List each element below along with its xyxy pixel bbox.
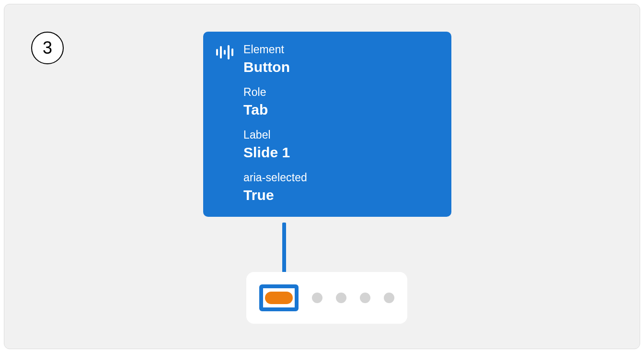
prop-aria-selected: aria-selected True <box>243 171 440 203</box>
prop-role: Role Tab <box>243 86 440 118</box>
prop-label: aria-selected <box>243 171 440 184</box>
svg-rect-4 <box>231 48 233 56</box>
pagination-dot-2[interactable] <box>312 293 322 303</box>
svg-rect-0 <box>216 49 218 56</box>
step-number-badge: 3 <box>31 32 64 64</box>
svg-rect-2 <box>224 50 226 55</box>
pagination-dot-1[interactable] <box>265 292 293 304</box>
pagination-dot-selected-highlight <box>259 284 299 311</box>
pagination-dot-3[interactable] <box>336 293 346 303</box>
step-number: 3 <box>43 38 52 58</box>
audio-bars-icon <box>215 44 235 60</box>
svg-rect-1 <box>220 46 222 59</box>
prop-label: Label <box>243 129 440 141</box>
prop-element: Element Button <box>243 43 440 75</box>
prop-label-slide: Label Slide 1 <box>243 129 440 161</box>
prop-value: Button <box>243 59 440 75</box>
accessibility-callout: Element Button Role Tab Label Slide 1 ar… <box>203 32 451 217</box>
diagram-canvas: 3 Element Button Role Tab <box>4 4 640 349</box>
pagination-dot-4[interactable] <box>360 293 370 303</box>
prop-value: Slide 1 <box>243 144 440 161</box>
svg-rect-3 <box>228 45 230 59</box>
callout-properties: Element Button Role Tab Label Slide 1 ar… <box>243 43 440 203</box>
prop-label: Element <box>243 43 440 56</box>
carousel-pagination <box>246 272 407 324</box>
prop-value: Tab <box>243 102 440 118</box>
prop-value: True <box>243 187 440 203</box>
prop-label: Role <box>243 86 440 99</box>
pagination-dot-5[interactable] <box>384 293 394 303</box>
